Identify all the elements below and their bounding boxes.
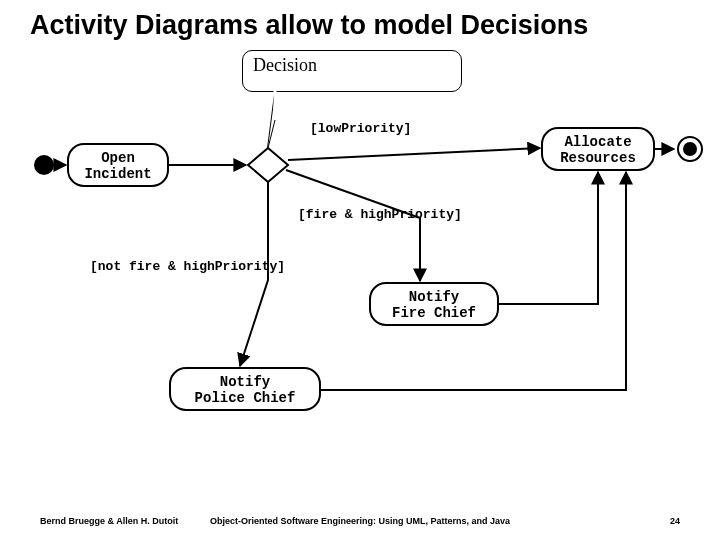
svg-text:Open: Open bbox=[101, 150, 135, 166]
footer-page: 24 bbox=[670, 516, 680, 526]
svg-text:Allocate: Allocate bbox=[564, 134, 631, 150]
decision-callout: Decision bbox=[242, 50, 462, 92]
svg-line-9 bbox=[288, 148, 540, 160]
initial-node bbox=[34, 155, 54, 175]
guard-not-fire-high: [not fire & highPriority] bbox=[90, 259, 285, 274]
svg-text:Fire Chief: Fire Chief bbox=[392, 305, 476, 321]
svg-text:Notify: Notify bbox=[409, 289, 460, 305]
final-node bbox=[678, 137, 702, 161]
slide-title: Activity Diagrams allow to model Decisio… bbox=[30, 10, 588, 41]
guard-low-priority: [lowPriority] bbox=[310, 121, 411, 136]
node-open-incident: Open Incident bbox=[68, 144, 168, 186]
activity-diagram: Open Incident Allocate Resources [lowPri… bbox=[0, 90, 720, 460]
node-notify-fire-chief: Notify Fire Chief bbox=[370, 283, 498, 325]
footer-title: Object-Oriented Software Engineering: Us… bbox=[0, 516, 720, 526]
decision-diamond bbox=[248, 148, 288, 182]
node-notify-police-chief: Notify Police Chief bbox=[170, 368, 320, 410]
svg-text:Notify: Notify bbox=[220, 374, 271, 390]
svg-text:Resources: Resources bbox=[560, 150, 636, 166]
node-allocate-resources: Allocate Resources bbox=[542, 128, 654, 170]
svg-point-18 bbox=[683, 142, 697, 156]
guard-fire-high: [fire & highPriority] bbox=[298, 207, 462, 222]
svg-marker-4 bbox=[248, 148, 288, 182]
svg-text:Incident: Incident bbox=[84, 166, 151, 182]
svg-text:Police Chief: Police Chief bbox=[195, 390, 296, 406]
